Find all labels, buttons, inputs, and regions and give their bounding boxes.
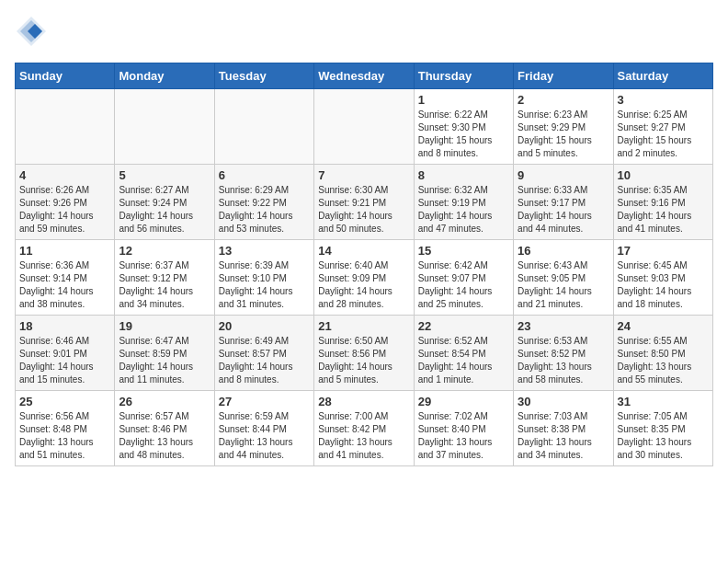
calendar-cell: 29Sunrise: 7:02 AM Sunset: 8:40 PM Dayli… — [414, 391, 513, 466]
day-number: 20 — [219, 319, 310, 333]
calendar-cell: 5Sunrise: 6:27 AM Sunset: 9:24 PM Daylig… — [115, 165, 214, 240]
calendar-cell: 27Sunrise: 6:59 AM Sunset: 8:44 PM Dayli… — [214, 391, 313, 466]
day-info: Sunrise: 6:22 AM Sunset: 9:30 PM Dayligh… — [418, 109, 509, 160]
page-header — [15, 15, 713, 48]
day-number: 27 — [219, 395, 310, 408]
day-info: Sunrise: 6:46 AM Sunset: 9:01 PM Dayligh… — [19, 335, 110, 386]
day-number: 13 — [219, 244, 310, 258]
day-number: 5 — [119, 168, 210, 182]
calendar-cell: 21Sunrise: 6:50 AM Sunset: 8:56 PM Dayli… — [314, 316, 414, 391]
calendar-week-row: 4Sunrise: 6:26 AM Sunset: 9:26 PM Daylig… — [16, 165, 713, 240]
calendar-cell: 10Sunrise: 6:35 AM Sunset: 9:16 PM Dayli… — [613, 165, 712, 240]
calendar-cell: 26Sunrise: 6:57 AM Sunset: 8:46 PM Dayli… — [115, 391, 214, 466]
calendar-week-row: 11Sunrise: 6:36 AM Sunset: 9:14 PM Dayli… — [16, 240, 713, 316]
day-info: Sunrise: 6:27 AM Sunset: 9:24 PM Dayligh… — [119, 184, 210, 236]
day-info: Sunrise: 7:02 AM Sunset: 8:40 PM Dayligh… — [418, 410, 509, 462]
calendar-cell — [16, 89, 115, 165]
day-info: Sunrise: 7:05 AM Sunset: 8:35 PM Dayligh… — [618, 410, 709, 462]
day-number: 26 — [119, 395, 210, 408]
day-info: Sunrise: 6:42 AM Sunset: 9:07 PM Dayligh… — [418, 259, 509, 311]
calendar-cell — [115, 89, 214, 165]
day-info: Sunrise: 6:39 AM Sunset: 9:10 PM Dayligh… — [219, 259, 310, 311]
calendar-cell — [314, 89, 414, 165]
day-number: 24 — [618, 319, 709, 333]
day-info: Sunrise: 6:43 AM Sunset: 9:05 PM Dayligh… — [518, 259, 609, 311]
day-info: Sunrise: 6:52 AM Sunset: 8:54 PM Dayligh… — [418, 335, 509, 386]
weekday-header: Wednesday — [314, 63, 414, 89]
day-number: 3 — [618, 93, 709, 107]
day-number: 25 — [19, 395, 110, 408]
day-number: 2 — [518, 93, 609, 107]
calendar-cell: 8Sunrise: 6:32 AM Sunset: 9:19 PM Daylig… — [414, 165, 513, 240]
calendar-cell: 2Sunrise: 6:23 AM Sunset: 9:29 PM Daylig… — [514, 89, 613, 165]
weekday-header: Saturday — [613, 63, 712, 89]
day-number: 17 — [618, 244, 709, 258]
calendar-cell — [214, 89, 313, 165]
day-number: 19 — [119, 319, 210, 333]
calendar-week-row: 18Sunrise: 6:46 AM Sunset: 9:01 PM Dayli… — [16, 316, 713, 391]
day-info: Sunrise: 6:35 AM Sunset: 9:16 PM Dayligh… — [618, 184, 709, 236]
day-info: Sunrise: 6:45 AM Sunset: 9:03 PM Dayligh… — [618, 259, 709, 311]
day-number: 4 — [19, 168, 110, 182]
weekday-header: Monday — [115, 63, 214, 89]
day-info: Sunrise: 6:55 AM Sunset: 8:50 PM Dayligh… — [618, 335, 709, 386]
day-number: 12 — [119, 244, 210, 258]
day-info: Sunrise: 6:50 AM Sunset: 8:56 PM Dayligh… — [318, 335, 409, 386]
day-number: 8 — [418, 168, 509, 182]
day-number: 21 — [318, 319, 409, 333]
day-number: 7 — [318, 168, 409, 182]
day-info: Sunrise: 6:36 AM Sunset: 9:14 PM Dayligh… — [19, 259, 110, 311]
day-number: 15 — [418, 244, 509, 258]
calendar-cell: 7Sunrise: 6:30 AM Sunset: 9:21 PM Daylig… — [314, 165, 414, 240]
weekday-header: Tuesday — [214, 63, 313, 89]
day-number: 6 — [219, 168, 310, 182]
day-number: 29 — [418, 395, 509, 408]
day-info: Sunrise: 6:23 AM Sunset: 9:29 PM Dayligh… — [518, 109, 609, 160]
day-number: 1 — [418, 93, 509, 107]
day-number: 11 — [19, 244, 110, 258]
day-number: 23 — [518, 319, 609, 333]
weekday-header: Sunday — [16, 63, 115, 89]
day-info: Sunrise: 6:40 AM Sunset: 9:09 PM Dayligh… — [318, 259, 409, 311]
day-number: 16 — [518, 244, 609, 258]
day-number: 28 — [318, 395, 409, 408]
day-info: Sunrise: 6:30 AM Sunset: 9:21 PM Dayligh… — [318, 184, 409, 236]
calendar-cell: 11Sunrise: 6:36 AM Sunset: 9:14 PM Dayli… — [16, 240, 115, 316]
day-info: Sunrise: 6:59 AM Sunset: 8:44 PM Dayligh… — [219, 410, 310, 462]
calendar-cell: 1Sunrise: 6:22 AM Sunset: 9:30 PM Daylig… — [414, 89, 513, 165]
weekday-header: Thursday — [414, 63, 513, 89]
calendar-table: SundayMondayTuesdayWednesdayThursdayFrid… — [15, 63, 713, 466]
calendar-cell: 22Sunrise: 6:52 AM Sunset: 8:54 PM Dayli… — [414, 316, 513, 391]
logo — [15, 15, 51, 48]
calendar-week-row: 25Sunrise: 6:56 AM Sunset: 8:48 PM Dayli… — [16, 391, 713, 466]
day-info: Sunrise: 6:25 AM Sunset: 9:27 PM Dayligh… — [618, 109, 709, 160]
calendar-cell: 28Sunrise: 7:00 AM Sunset: 8:42 PM Dayli… — [314, 391, 414, 466]
day-info: Sunrise: 6:33 AM Sunset: 9:17 PM Dayligh… — [518, 184, 609, 236]
day-number: 9 — [518, 168, 609, 182]
calendar-cell: 12Sunrise: 6:37 AM Sunset: 9:12 PM Dayli… — [115, 240, 214, 316]
logo-icon — [15, 15, 48, 48]
calendar-cell: 14Sunrise: 6:40 AM Sunset: 9:09 PM Dayli… — [314, 240, 414, 316]
calendar-cell: 20Sunrise: 6:49 AM Sunset: 8:57 PM Dayli… — [214, 316, 313, 391]
calendar-cell: 13Sunrise: 6:39 AM Sunset: 9:10 PM Dayli… — [214, 240, 313, 316]
calendar-cell: 18Sunrise: 6:46 AM Sunset: 9:01 PM Dayli… — [16, 316, 115, 391]
day-info: Sunrise: 6:56 AM Sunset: 8:48 PM Dayligh… — [19, 410, 110, 462]
day-info: Sunrise: 6:49 AM Sunset: 8:57 PM Dayligh… — [219, 335, 310, 386]
weekday-header-row: SundayMondayTuesdayWednesdayThursdayFrid… — [16, 63, 713, 89]
calendar-cell: 30Sunrise: 7:03 AM Sunset: 8:38 PM Dayli… — [514, 391, 613, 466]
calendar-cell: 25Sunrise: 6:56 AM Sunset: 8:48 PM Dayli… — [16, 391, 115, 466]
weekday-header: Friday — [514, 63, 613, 89]
calendar-cell: 6Sunrise: 6:29 AM Sunset: 9:22 PM Daylig… — [214, 165, 313, 240]
day-number: 22 — [418, 319, 509, 333]
calendar-cell: 16Sunrise: 6:43 AM Sunset: 9:05 PM Dayli… — [514, 240, 613, 316]
calendar-cell: 31Sunrise: 7:05 AM Sunset: 8:35 PM Dayli… — [613, 391, 712, 466]
calendar-cell: 15Sunrise: 6:42 AM Sunset: 9:07 PM Dayli… — [414, 240, 513, 316]
calendar-cell: 4Sunrise: 6:26 AM Sunset: 9:26 PM Daylig… — [16, 165, 115, 240]
day-info: Sunrise: 6:53 AM Sunset: 8:52 PM Dayligh… — [518, 335, 609, 386]
day-number: 30 — [518, 395, 609, 408]
day-info: Sunrise: 6:26 AM Sunset: 9:26 PM Dayligh… — [19, 184, 110, 236]
day-number: 10 — [618, 168, 709, 182]
day-info: Sunrise: 7:00 AM Sunset: 8:42 PM Dayligh… — [318, 410, 409, 462]
calendar-cell: 9Sunrise: 6:33 AM Sunset: 9:17 PM Daylig… — [514, 165, 613, 240]
calendar-cell: 17Sunrise: 6:45 AM Sunset: 9:03 PM Dayli… — [613, 240, 712, 316]
